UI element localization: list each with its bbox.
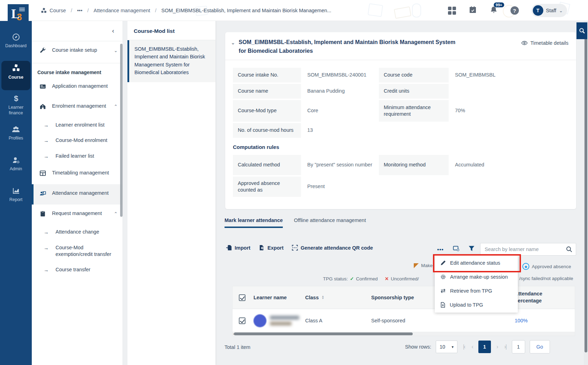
submenu-collapse-row: ‹	[32, 21, 123, 41]
prev-page-button[interactable]: ‹	[470, 344, 473, 350]
header-class[interactable]: Class ▲▼	[305, 286, 324, 309]
eye-icon	[521, 41, 528, 45]
submenu-item-course-intake-setup[interactable]: Course intake setup ⌄	[32, 41, 123, 62]
menu-item-arrange-makeup-session[interactable]: Arrange make-up session	[435, 270, 518, 284]
breadcrumb-ellipsis[interactable]: •••	[77, 8, 82, 13]
help-icon[interactable]: ?	[510, 6, 519, 15]
current-page-button[interactable]: 1	[478, 341, 491, 353]
submenu-item-enrolment-management[interactable]: Enrolment management ⌃	[32, 97, 123, 117]
application-card-icon	[39, 83, 47, 92]
import-button[interactable]: Import	[226, 245, 250, 251]
table-horizontal-scrollbar[interactable]: ◄	[232, 332, 575, 336]
menu-item-retrieve-from-tpg[interactable]: Retrieve from TPG	[435, 284, 518, 298]
submenu-item-learner-enrolment-list[interactable]: → Learner enrolment list	[32, 117, 123, 133]
class-cell: Class A	[305, 309, 322, 332]
import-icon	[226, 245, 232, 251]
field-value: Present	[307, 177, 379, 197]
user-menu[interactable]: T Staff ⌄	[531, 4, 567, 17]
tab-offline-attendance-management[interactable]: Offline attendance management	[294, 217, 366, 228]
column-settings-icon[interactable]	[453, 245, 460, 253]
submenu-item-failed-learner-list[interactable]: → Failed learner list	[32, 149, 123, 164]
select-all-checkbox[interactable]	[239, 294, 245, 301]
field-row: Calculated method By "present" session n…	[233, 155, 568, 175]
last-page-button[interactable]: ›|	[503, 344, 507, 350]
field-label: No. of course-mod hours	[233, 123, 301, 138]
generate-qr-label: Generate attendance QR code	[301, 245, 373, 251]
breadcrumb-current-page: SOM_EIMBMSBL-Establish, Implement and Ma…	[161, 8, 331, 13]
more-options-icon[interactable]: •••	[437, 246, 444, 252]
notification-count-badge: 99+	[494, 2, 505, 7]
submenu-scrollbar[interactable]	[120, 44, 123, 217]
upload-file-icon	[440, 302, 446, 308]
page-size-select[interactable]: 10 ▾	[436, 341, 457, 353]
sidebar-item-learner-finance[interactable]: $ Learner finance	[1, 92, 30, 121]
submenu-item-exemption-credit-transfer[interactable]: → Course-Mod exemption/credit transfer	[32, 240, 123, 262]
sort-icon[interactable]: ▲▼	[322, 295, 324, 300]
sidebar-item-course[interactable]: Course	[1, 61, 30, 90]
tab-mark-learner-attendance[interactable]: Mark learner attendance	[225, 217, 283, 228]
timetable-grid-icon	[39, 170, 47, 179]
app-logo[interactable]: L 3	[8, 4, 29, 25]
go-button[interactable]: Go	[530, 340, 550, 353]
side-search-tab[interactable]	[576, 22, 587, 39]
breadcrumb-separator: /	[71, 8, 72, 13]
arrow-right-icon: →	[44, 267, 51, 274]
goto-page-input[interactable]	[512, 340, 525, 353]
submenu-item-label: Enrolment management	[47, 103, 114, 110]
scrollbar-thumb[interactable]	[585, 27, 587, 352]
top-header: Course / ••• / Attendance management / S…	[0, 0, 588, 21]
sidebar-item-profiles[interactable]: Profiles	[1, 122, 30, 152]
search-input[interactable]	[485, 246, 566, 252]
row-checkbox[interactable]	[239, 317, 245, 324]
breadcrumb-course[interactable]: Course	[41, 8, 66, 14]
field-value: By "present" session number	[307, 155, 379, 175]
first-page-button[interactable]: |‹	[462, 344, 466, 350]
timetable-details-link[interactable]: Timetable details	[521, 40, 568, 46]
field-value: Core	[307, 100, 379, 122]
submenu-item-course-mod-enrolment[interactable]: → Course-Mod enrolment	[32, 133, 123, 149]
sidebar-item-dashboard[interactable]: Dashboard	[1, 30, 30, 59]
table-row[interactable]: Class A Self-sponsored 100%	[233, 309, 575, 332]
timetable-details-label: Timetable details	[530, 40, 568, 46]
notifications-bell-icon[interactable]: 99+	[490, 6, 498, 15]
course-mod-list-title: Course-Mod list	[127, 21, 215, 40]
generate-qr-button[interactable]: Generate attendance QR code	[292, 245, 373, 251]
menu-item-upload-to-tpg[interactable]: Upload to TPG	[435, 298, 518, 312]
report-chart-icon	[12, 187, 20, 195]
collapse-section-icon[interactable]: ⌄	[231, 40, 235, 46]
scrollbar-thumb[interactable]	[234, 332, 413, 335]
divider	[32, 63, 123, 63]
search-icon[interactable]	[566, 246, 572, 252]
submenu-item-course-transfer[interactable]: → Course transfer	[32, 262, 123, 278]
submenu-item-application-management[interactable]: Application management	[32, 77, 123, 98]
page-vertical-scrollbar[interactable]	[584, 21, 588, 365]
filter-icon[interactable]	[469, 246, 475, 253]
submenu-item-label: Attendance management	[47, 190, 118, 197]
sidebar-item-admin[interactable]: Admin	[1, 153, 30, 182]
sidebar-item-report[interactable]: Report	[1, 184, 30, 213]
field-value: 13	[307, 123, 379, 138]
attendance-percentage-link[interactable]: 100%	[515, 318, 528, 323]
field-row: Approved absence counted as Present	[233, 177, 568, 197]
submenu-item-attendance-management[interactable]: Attendance management	[32, 184, 123, 205]
submenu-item-request-management[interactable]: Request management ⌃	[32, 205, 123, 225]
menu-item-edit-attendance-status[interactable]: Edit attendance status	[435, 256, 518, 270]
tpg-status-legend-left: TPG status: ✓ Confirmed ✕ Unconfirmed/	[323, 276, 419, 281]
apps-grid-icon[interactable]	[448, 7, 456, 15]
header-class-label: Class	[305, 295, 319, 300]
collapse-sidebar-icon[interactable]: ‹	[112, 27, 114, 35]
submenu-item-label: Learner enrolment list	[51, 122, 118, 129]
submenu-item-timetabling-management[interactable]: Timetabling management	[32, 164, 123, 184]
check-icon: ✓	[350, 276, 354, 281]
course-mod-list-item[interactable]: SOM_EIMBMSBL-Establish, Implement and Ma…	[127, 40, 215, 82]
makeup-marker-icon	[414, 263, 419, 268]
calendar-icon[interactable]	[469, 6, 477, 15]
doodle-shape	[394, 6, 411, 19]
submenu-item-attendance-change[interactable]: → Attendance change	[32, 224, 123, 240]
course-cubes-icon	[41, 8, 47, 14]
breadcrumb-attendance[interactable]: Attendance management	[94, 8, 150, 13]
show-rows-label: Show rows:	[405, 344, 431, 350]
next-page-button[interactable]: ›	[495, 344, 499, 350]
export-button[interactable]: Export	[259, 245, 284, 251]
field-row: Course name Banana Pudding Credit units	[233, 84, 568, 99]
